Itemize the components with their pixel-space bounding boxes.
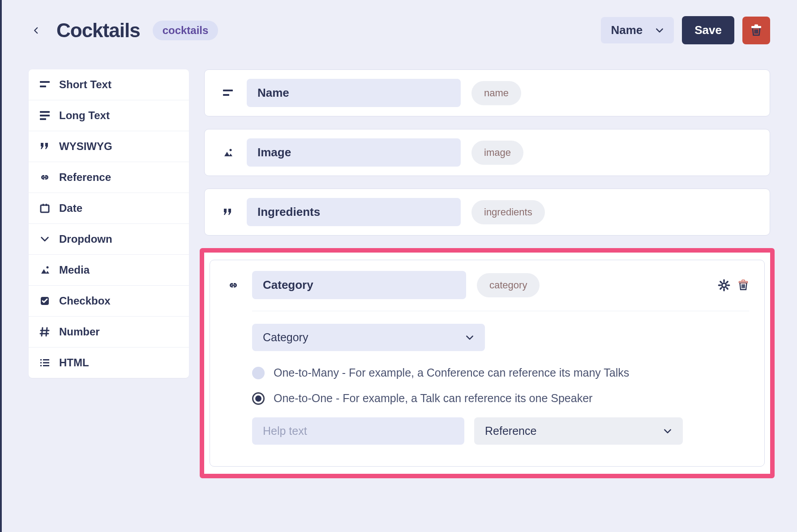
field-card-image[interactable]: Image image xyxy=(204,129,770,176)
field-delete-button[interactable] xyxy=(737,279,749,291)
trash-icon xyxy=(737,279,749,291)
field-card-ingredients[interactable]: Ingredients ingredients xyxy=(204,189,770,236)
radio-one-to-many[interactable]: One-to-Many - For example, a Conference … xyxy=(252,366,749,379)
radio-indicator xyxy=(252,367,265,379)
reference-target-value: Category xyxy=(263,331,308,344)
radio-one-to-one[interactable]: One-to-One - For example, a Talk can ref… xyxy=(252,392,749,405)
trash-icon xyxy=(750,24,763,37)
sidebar-item-label: Number xyxy=(59,326,100,338)
chevron-down-icon xyxy=(663,427,672,436)
sidebar-item-number[interactable]: Number xyxy=(29,317,189,348)
field-type-palette: Short Text Long Text WYSIWYG Reference D… xyxy=(29,69,189,378)
sidebar-item-label: Dropdown xyxy=(59,233,112,245)
field-type-value: Reference xyxy=(485,425,536,438)
radio-label: One-to-One - For example, a Talk can ref… xyxy=(274,392,592,405)
chevron-down-icon xyxy=(655,26,664,35)
sidebar-item-label: Checkbox xyxy=(59,295,111,307)
sidebar-item-media[interactable]: Media xyxy=(29,255,189,286)
link-icon xyxy=(39,172,51,183)
field-slug-pill: ingredients xyxy=(471,200,545,224)
short-text-icon xyxy=(39,79,51,90)
hash-icon xyxy=(39,326,51,337)
radio-label: One-to-Many - For example, a Conference … xyxy=(274,366,629,379)
sidebar-item-label: Date xyxy=(59,202,82,215)
sidebar-item-short-text[interactable]: Short Text xyxy=(29,69,189,100)
quote-icon xyxy=(220,207,236,218)
fields-canvas: Name name Image image Ingredients ingred… xyxy=(204,69,770,478)
sidebar-item-date[interactable]: Date xyxy=(29,193,189,224)
sidebar-item-label: HTML xyxy=(59,356,89,369)
list-icon xyxy=(39,357,51,368)
field-name-input[interactable]: Category xyxy=(252,271,466,299)
sidebar-item-html[interactable]: HTML xyxy=(29,348,189,378)
radio-indicator xyxy=(252,392,265,405)
sidebar-item-long-text[interactable]: Long Text xyxy=(29,100,189,131)
page-title: Cocktails xyxy=(56,19,140,42)
field-card-category[interactable]: Category category xyxy=(210,260,765,467)
field-card-category-highlight: Category category xyxy=(200,248,775,478)
help-text-input[interactable]: Help text xyxy=(252,417,464,445)
checkbox-icon xyxy=(39,296,51,306)
field-slug-pill: category xyxy=(477,273,540,297)
calendar-icon xyxy=(39,203,51,214)
sidebar-item-checkbox[interactable]: Checkbox xyxy=(29,286,189,317)
field-slug-pill: image xyxy=(471,141,523,165)
title-field-select[interactable]: Name xyxy=(601,17,674,43)
chevron-left-icon xyxy=(32,25,40,36)
field-slug-pill: name xyxy=(471,81,521,105)
media-icon xyxy=(39,265,51,275)
sidebar-item-label: Reference xyxy=(59,171,111,184)
page-header: Cocktails cocktails Name Save xyxy=(29,16,770,44)
chevron-down-icon xyxy=(465,333,474,342)
sidebar-item-label: Short Text xyxy=(59,78,111,91)
back-button[interactable] xyxy=(29,23,44,38)
field-name-input[interactable]: Image xyxy=(247,138,461,167)
sidebar-item-reference[interactable]: Reference xyxy=(29,162,189,193)
sidebar-item-label: Long Text xyxy=(59,109,110,122)
field-type-select[interactable]: Reference xyxy=(474,417,683,445)
delete-model-button[interactable] xyxy=(742,17,770,44)
model-slug-pill: cocktails xyxy=(153,21,219,40)
gear-icon xyxy=(718,279,730,292)
sidebar-item-label: Media xyxy=(59,264,90,276)
title-field-select-value: Name xyxy=(611,23,643,37)
reference-target-select[interactable]: Category xyxy=(252,324,485,351)
field-name-input[interactable]: Ingredients xyxy=(247,198,461,226)
quote-icon xyxy=(39,141,51,152)
long-text-icon xyxy=(39,110,51,121)
save-button[interactable]: Save xyxy=(682,16,734,44)
short-text-icon xyxy=(220,88,236,99)
sidebar-item-dropdown[interactable]: Dropdown xyxy=(29,224,189,255)
sidebar-item-wysiwyg[interactable]: WYSIWYG xyxy=(29,131,189,162)
chevron-down-icon xyxy=(39,234,51,245)
field-card-name[interactable]: Name name xyxy=(204,69,770,116)
link-icon xyxy=(225,280,241,291)
field-settings-button[interactable] xyxy=(718,279,730,292)
sidebar-item-label: WYSIWYG xyxy=(59,140,112,153)
field-name-input[interactable]: Name xyxy=(247,79,461,107)
media-icon xyxy=(220,147,236,158)
